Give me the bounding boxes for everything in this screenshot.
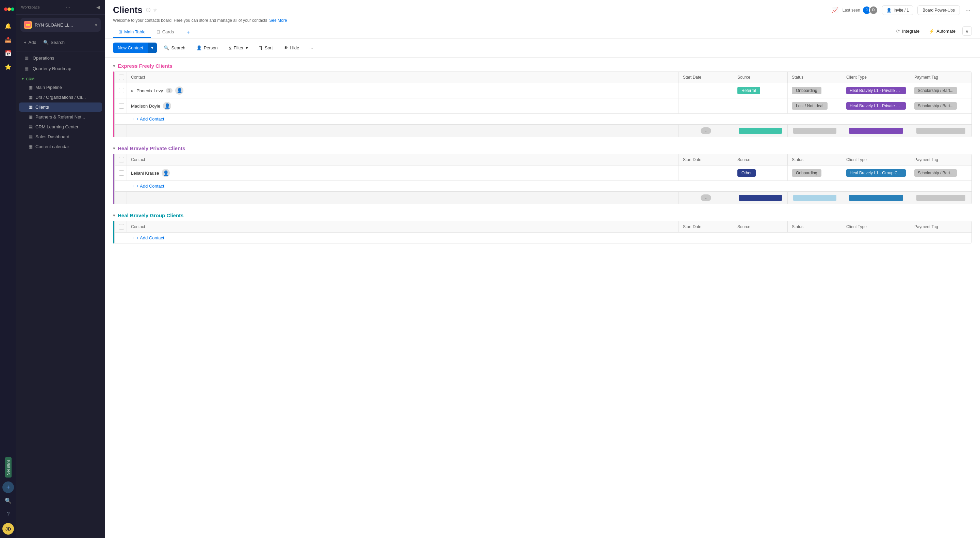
- group-toggle-heal-bravely-private[interactable]: ▾: [113, 146, 115, 151]
- workspace-chevron: ▾: [95, 22, 97, 27]
- tab-main-table[interactable]: ⊞ Main Table: [113, 27, 151, 38]
- source-badge: Other: [737, 169, 756, 177]
- contact-cell[interactable]: Leilani Krause 👤: [127, 166, 679, 180]
- status-cell[interactable]: Onboarding: [788, 83, 842, 98]
- main-pipeline-label: Main Pipeline: [35, 85, 62, 90]
- collapse-view-btn[interactable]: ∧: [962, 26, 972, 36]
- sidebar-item-drs-organizations[interactable]: ▦ Drs / Organizations / Cli...: [19, 93, 102, 102]
- icon-bar: 🔔 📥 📅 ⭐ See plans + 🔍 ? JD: [0, 0, 16, 538]
- client-type-cell[interactable]: Heal Bravely L1 - Private Cl...: [842, 98, 910, 113]
- add-btn[interactable]: + Add: [21, 38, 40, 47]
- add-contact-row[interactable]: + + Add Contact: [115, 181, 972, 192]
- automate-btn[interactable]: ⚡ Automate: [926, 27, 958, 35]
- help-icon[interactable]: ?: [2, 508, 14, 520]
- clients-label: Clients: [35, 105, 49, 110]
- crm-section-label[interactable]: ▾ CRM: [16, 74, 105, 82]
- star-icon[interactable]: ☆: [153, 8, 157, 13]
- payment-tag-cell[interactable]: Scholarship / Bart...: [910, 83, 972, 98]
- invite-button[interactable]: 👤 Invite / 1: [882, 5, 913, 15]
- header-checkbox[interactable]: [119, 157, 124, 163]
- automate-label: Automate: [937, 29, 956, 34]
- header-payment-tag: Payment Tag: [910, 221, 972, 232]
- sidebar-header: Workspace ··· ◀: [16, 0, 105, 14]
- search-toolbar-btn[interactable]: 🔍 Search: [159, 43, 189, 53]
- header-checkbox-cell: [115, 72, 127, 83]
- row-checkbox[interactable]: [119, 103, 124, 109]
- tab-cards[interactable]: ⊟ Cards: [151, 27, 180, 38]
- start-date-cell[interactable]: [679, 83, 733, 98]
- toolbar-more-btn[interactable]: ···: [306, 43, 317, 53]
- contact-avatar[interactable]: 👤: [175, 86, 183, 95]
- row-checkbox[interactable]: [119, 88, 124, 93]
- contact-avatar[interactable]: 👤: [163, 102, 171, 110]
- calendar-icon[interactable]: 📅: [2, 47, 14, 59]
- add-contact-row[interactable]: + + Add Contact: [115, 114, 972, 124]
- integrate-btn[interactable]: ⟳ Integrate: [894, 27, 922, 35]
- start-date-cell[interactable]: [679, 98, 733, 113]
- sidebar-item-main-pipeline[interactable]: ▦ Main Pipeline: [19, 83, 102, 92]
- sidebar-item-partners-referral[interactable]: ▦ Partners & Referral Net...: [19, 112, 102, 121]
- see-more-link[interactable]: See More: [269, 18, 287, 23]
- header-more-dots[interactable]: ···: [964, 5, 972, 15]
- person-filter-btn[interactable]: 👤 Person: [192, 43, 222, 53]
- sort-btn[interactable]: ⇅ Sort: [255, 43, 277, 53]
- see-plans-btn[interactable]: See plans: [5, 457, 11, 477]
- filter-btn[interactable]: ⧖ Filter ▾: [224, 43, 252, 53]
- status-cell[interactable]: Onboarding: [788, 166, 842, 180]
- workspace-selector[interactable]: RYN SLOANE LL... ▾: [21, 18, 101, 32]
- header-checkbox[interactable]: [119, 75, 124, 80]
- hide-btn[interactable]: 👁 Hide: [280, 43, 304, 53]
- sidebar-item-clients[interactable]: ▦ Clients: [19, 102, 102, 112]
- contact-cell[interactable]: Madison Doyle 👤: [127, 98, 679, 113]
- svg-point-6: [28, 24, 30, 26]
- header-payment-tag: Payment Tag: [910, 154, 972, 165]
- start-date-cell[interactable]: [679, 166, 733, 180]
- new-contact-button[interactable]: New Contact ▾: [113, 43, 157, 53]
- row-checkbox[interactable]: [119, 170, 124, 176]
- new-contact-dropdown[interactable]: ▾: [148, 43, 157, 53]
- sidebar-collapse-btn[interactable]: ◀: [96, 5, 100, 10]
- client-type-cell[interactable]: Heal Bravely L1 - Private Cl...: [842, 83, 910, 98]
- payment-badge: Scholarship / Bart...: [914, 102, 957, 110]
- source-cell[interactable]: Other: [733, 166, 788, 180]
- contact-cell[interactable]: ▶ Phoenix Levy 1 👤: [127, 83, 679, 98]
- description-text: Welcome to your contacts board! Here you…: [113, 18, 267, 23]
- header-status: Status: [788, 154, 842, 165]
- tab-add-btn[interactable]: +: [182, 27, 194, 38]
- search-nav-icon[interactable]: 🔍: [2, 495, 14, 507]
- notifications-icon[interactable]: 🔔: [2, 20, 14, 32]
- source-cell[interactable]: [733, 98, 788, 113]
- sidebar-item-sales-dashboard[interactable]: ▤ Sales Dashboard: [19, 132, 102, 141]
- header-client-type: Client Type: [842, 154, 910, 165]
- group-header-express-freely: ▾ Express Freely Clients: [113, 63, 972, 69]
- expand-arrow[interactable]: ▶: [131, 89, 134, 93]
- status-cell[interactable]: Lost / Not Ideal: [788, 98, 842, 113]
- info-icon[interactable]: ⓘ: [146, 7, 150, 13]
- client-type-cell[interactable]: Heal Bravely L1 - Group Cli...: [842, 166, 910, 180]
- favorites-icon[interactable]: ⭐: [2, 61, 14, 73]
- group-toggle-heal-bravely-group[interactable]: ▾: [113, 213, 115, 218]
- source-cell[interactable]: Referral: [733, 83, 788, 98]
- app-logo[interactable]: [2, 3, 14, 15]
- sidebar-more-dots[interactable]: ···: [66, 4, 70, 10]
- group-table-heal-bravely-private: Contact Start Date Source Status Client …: [115, 154, 972, 204]
- board-power-ups-button[interactable]: Board Power-Ups: [917, 5, 960, 15]
- person-add-icon: 👤: [886, 8, 891, 13]
- sidebar-item-operations[interactable]: ▦ Operations: [19, 53, 102, 63]
- user-avatar[interactable]: JD: [2, 523, 14, 535]
- inbox-icon[interactable]: 📥: [2, 34, 14, 46]
- header-checkbox[interactable]: [119, 224, 124, 230]
- tabs-right: ⟳ Integrate ⚡ Automate ∧: [894, 26, 972, 38]
- sidebar-item-crm-learning[interactable]: ▤ CRM Learning Center: [19, 122, 102, 131]
- add-contact-row[interactable]: + + Add Contact: [115, 233, 972, 243]
- payment-tag-cell[interactable]: Scholarship / Bart...: [910, 98, 972, 113]
- contact-avatar[interactable]: 👤: [162, 169, 170, 177]
- group-toggle-express-freely[interactable]: ▾: [113, 64, 115, 69]
- add-icon[interactable]: +: [2, 482, 14, 493]
- payment-tag-cell[interactable]: Scholarship / Bart...: [910, 166, 972, 180]
- search-btn[interactable]: 🔍 Search: [40, 38, 68, 47]
- crm-learning-label: CRM Learning Center: [35, 124, 78, 129]
- sidebar-item-content-calendar[interactable]: ▦ Content calendar: [19, 142, 102, 151]
- sidebar-item-quarterly-roadmap[interactable]: ▦ Quarterly Roadmap: [19, 64, 102, 73]
- new-contact-main[interactable]: New Contact: [113, 43, 148, 53]
